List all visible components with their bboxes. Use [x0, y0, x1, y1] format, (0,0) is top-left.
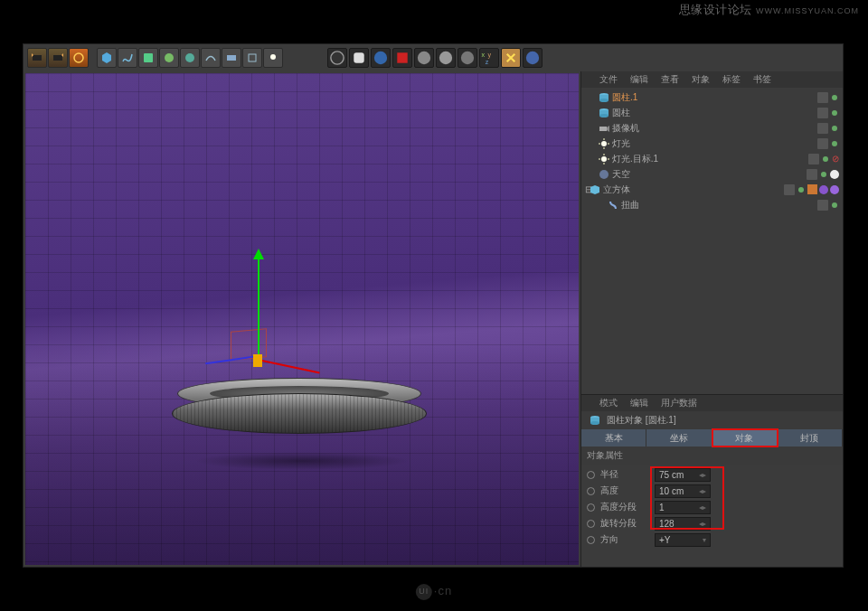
tab-edit-attr[interactable]: 编辑 [625, 396, 654, 410]
attr-input[interactable]: +Y▾ [655, 533, 711, 547]
attr-label: 高度分段 [600, 501, 649, 513]
tab-object[interactable]: 对象 [686, 72, 715, 87]
tree-row[interactable]: ⊟立方体 [581, 182, 843, 197]
attr-tab[interactable]: 对象 [712, 429, 778, 446]
attr-label: 高度 [600, 484, 649, 497]
svg-point-19 [526, 52, 539, 64]
svg-rect-0 [33, 55, 42, 61]
radio-icon[interactable] [587, 520, 595, 528]
globe-button[interactable] [523, 48, 542, 68]
svg-rect-12 [397, 52, 407, 62]
render-active-button[interactable] [392, 48, 412, 68]
object-tree: 圆柱.1圆柱摄像机灯光灯光.目标.1⊘天空⊟立方体 扭曲 [581, 88, 843, 214]
history-button[interactable] [69, 48, 89, 68]
radio-icon[interactable] [587, 471, 595, 479]
svg-rect-3 [144, 53, 153, 62]
attr-row: 旋转分段128◂▸ [587, 515, 837, 531]
attr-section-header: 对象属性 [581, 446, 843, 465]
tree-label: 天空 [612, 168, 630, 181]
svg-rect-7 [249, 54, 256, 61]
cyl-icon [598, 91, 609, 103]
disc-shadow [193, 452, 410, 470]
radio-icon[interactable] [587, 503, 595, 512]
axis-button[interactable]: xyz [479, 48, 499, 68]
cylinder-object[interactable] [177, 378, 427, 470]
attr-input[interactable]: 10 cm◂▸ [655, 484, 711, 498]
light-icon [598, 153, 609, 164]
cam-icon [598, 122, 609, 134]
floor-button[interactable] [222, 48, 241, 68]
axis-center-icon [253, 354, 262, 367]
snap-button[interactable] [501, 48, 521, 68]
watermark-top: 思缘设计论坛 WWW.MISSYUAN.COM [679, 2, 859, 18]
tab-view[interactable]: 查看 [656, 72, 684, 87]
tab-userdata[interactable]: 用户数据 [656, 396, 703, 410]
tab-bookmarks[interactable]: 书签 [748, 72, 777, 87]
attr-row: 方向+Y▾ [587, 531, 837, 548]
render-view-button[interactable] [327, 48, 347, 68]
tree-row[interactable]: 摄像机 [581, 120, 843, 136]
sky-icon [598, 168, 609, 180]
attr-title: 圆柱对象 [圆柱.1] [581, 411, 843, 429]
tree-row[interactable]: 天空 [581, 166, 843, 182]
viewport-3d[interactable] [25, 73, 579, 565]
camera-button[interactable] [201, 48, 221, 68]
svg-text:z: z [486, 59, 489, 66]
svg-rect-6 [227, 55, 236, 61]
svg-point-2 [74, 53, 83, 62]
tree-row[interactable]: 扭曲 [581, 197, 843, 212]
ui-logo-icon: UI [416, 584, 432, 600]
svg-point-9 [331, 52, 344, 64]
render-picture-button[interactable] [371, 48, 391, 68]
tree-row[interactable]: 灯光 [581, 136, 843, 151]
svg-point-5 [185, 53, 194, 62]
environment-button[interactable] [180, 48, 200, 68]
radio-icon[interactable] [587, 536, 595, 544]
attr-body: 半径75 cm◂▸高度10 cm◂▸高度分段1◂▸旋转分段128◂▸方向+Y▾ [581, 465, 843, 550]
attr-tabs: 基本坐标对象封顶 [581, 429, 843, 446]
disc-side [172, 393, 427, 434]
tab-tags[interactable]: 标签 [717, 72, 746, 87]
attr-tab[interactable]: 封顶 [778, 429, 843, 446]
tree-label: 灯光.目标.1 [612, 153, 658, 165]
render-settings-button[interactable] [242, 48, 262, 68]
deformer-button[interactable] [159, 48, 179, 68]
viewport-container [24, 71, 580, 567]
watermark-bottom: UI·cn [416, 584, 452, 600]
light-icon [598, 137, 609, 149]
spline-button[interactable] [118, 48, 137, 68]
tree-row[interactable]: 圆柱.1 [581, 89, 843, 105]
radio-icon[interactable] [587, 487, 595, 495]
material-sphere-1[interactable] [414, 48, 434, 68]
undo-button[interactable] [27, 48, 47, 68]
cube-primitive-button[interactable] [97, 48, 117, 68]
tab-mode[interactable]: 模式 [594, 396, 623, 410]
object-manager: 文件 编辑 查看 对象 标签 书签 圆柱.1圆柱摄像机灯光灯光.目标.1⊘天空⊟… [581, 71, 843, 395]
attr-input[interactable]: 1◂▸ [655, 501, 711, 514]
tab-file[interactable]: 文件 [594, 72, 623, 87]
tree-row[interactable]: 圆柱 [581, 105, 843, 120]
svg-point-28 [601, 156, 607, 162]
attr-input[interactable]: 128◂▸ [655, 517, 711, 531]
tree-row[interactable]: 灯光.目标.1⊘ [581, 151, 843, 166]
redo-button[interactable] [48, 48, 68, 68]
right-panel: 文件 编辑 查看 对象 标签 书签 圆柱.1圆柱摄像机灯光灯光.目标.1⊘天空⊟… [580, 71, 843, 567]
tab-edit[interactable]: 编辑 [625, 72, 654, 87]
attr-label: 方向 [600, 533, 649, 546]
cylinder-icon [589, 415, 600, 427]
attr-row: 高度分段1◂▸ [587, 499, 837, 515]
attr-tab[interactable]: 基本 [581, 429, 646, 446]
svg-text:x: x [481, 52, 485, 59]
attr-label: 旋转分段 [600, 517, 649, 530]
light-button[interactable] [263, 48, 283, 68]
attr-tab[interactable]: 坐标 [646, 429, 712, 446]
generator-button[interactable] [138, 48, 158, 68]
material-sphere-2[interactable] [436, 48, 456, 68]
attr-input[interactable]: 75 cm◂▸ [655, 468, 711, 482]
attribute-manager: 模式 编辑 用户数据 圆柱对象 [圆柱.1] 基本坐标对象封顶 对象属性 半径7… [581, 395, 843, 567]
render-region-button[interactable] [349, 48, 369, 68]
svg-rect-10 [354, 52, 363, 62]
svg-point-8 [270, 54, 276, 60]
material-sphere-3[interactable] [458, 48, 477, 68]
svg-point-32 [590, 421, 599, 425]
